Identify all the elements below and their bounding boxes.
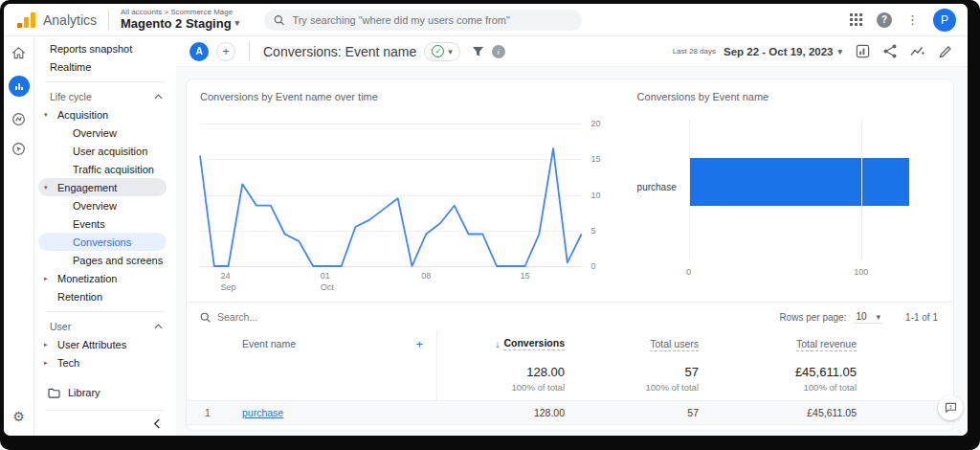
column-conversions[interactable]: ↓ Conversions: [436, 331, 580, 356]
collapsed-arrow-icon: ▸: [44, 341, 52, 349]
share-icon[interactable]: [883, 44, 897, 58]
insights-icon[interactable]: [910, 45, 925, 57]
sidebar-item-events[interactable]: Events: [34, 214, 176, 233]
sidebar-item-reports-snapshot[interactable]: Reports snapshot: [34, 39, 176, 57]
chat-bubble-icon: [945, 402, 957, 414]
more-menu-icon[interactable]: ⋮: [906, 12, 919, 27]
column-total-revenue[interactable]: Total revenue: [714, 338, 872, 349]
bar-chart-xaxis: 0100: [689, 267, 930, 286]
search-icon: [274, 14, 284, 26]
caret-down-icon: ▾: [448, 47, 453, 56]
sidebar-item-traffic-acquisition[interactable]: Traffic acquisition: [34, 160, 176, 178]
sidebar-item-acquisition-overview[interactable]: Overview: [34, 124, 176, 142]
report-content: Conversions by Event name over time 0510…: [176, 67, 968, 436]
date-preset-label: Last 28 days: [673, 47, 716, 56]
sidebar-item-monetization[interactable]: ▸ Monetization: [34, 269, 176, 287]
avatar[interactable]: P: [933, 9, 956, 32]
sidebar-item-realtime[interactable]: Realtime: [34, 57, 176, 76]
analytics-app: Analytics All accounts > Scommerce Mage …: [4, 4, 968, 436]
add-dimension-button[interactable]: +: [415, 337, 423, 351]
app-name: Analytics: [43, 12, 97, 28]
edit-comparisons-icon[interactable]: [856, 44, 870, 58]
search-icon: [200, 312, 211, 323]
sidebar-item-retention[interactable]: Retention: [34, 287, 176, 305]
sidebar-item-acquisition[interactable]: ▾ Acquisition: [34, 105, 176, 124]
divider: [46, 81, 165, 82]
main-content: A + Conversions: Event name ✓ ▾ i Last 2…: [176, 36, 968, 436]
add-comparison-button[interactable]: +: [216, 42, 235, 61]
divider: [46, 311, 165, 312]
date-range-picker[interactable]: Sep 22 - Oct 19, 2023 ▾: [724, 46, 842, 57]
cell-revenue: £45,611.05: [714, 407, 872, 418]
collapsed-arrow-icon: ▸: [44, 359, 52, 367]
cell-conversions: 128.00: [436, 407, 580, 418]
admin-gear-icon[interactable]: ⚙: [12, 409, 25, 424]
report-title: Conversions: Event name: [263, 44, 416, 59]
report-card: Conversions by Event name over time 0510…: [186, 79, 954, 431]
window-frame: Analytics All accounts > Scommerce Mage …: [0, 0, 980, 450]
table-totals-row: 128.00 100% of total 57 100% of total £4…: [187, 356, 953, 400]
sidebar-item-engagement[interactable]: ▾ Engagement: [38, 178, 167, 196]
property-selector[interactable]: All accounts > Scommerce Mage Magento 2 …: [121, 9, 239, 31]
pagination-range: 1-1 of 1: [905, 312, 938, 323]
page-footer: © 2023 Google | Analytics home | Terms o…: [186, 431, 954, 436]
section-life-cycle[interactable]: Life cycle: [34, 88, 176, 105]
top-app-bar: Analytics All accounts > Scommerce Mage …: [4, 4, 968, 36]
add-filter-icon[interactable]: [472, 46, 484, 57]
table-search[interactable]: [200, 311, 390, 323]
report-table-section: Rows per page: 10 ▾ 1-1 of 1: [187, 302, 953, 430]
totals-conversions: 128.00: [526, 365, 580, 379]
comparison-chip[interactable]: A: [189, 42, 209, 61]
bar-purchase[interactable]: [689, 158, 910, 206]
reports-nav-drawer: Reports snapshot Realtime Life cycle ▾ A…: [34, 36, 176, 436]
bar-chart-panel: Conversions by Event name purchase 0100: [622, 91, 940, 296]
caret-down-icon: ▾: [837, 47, 842, 56]
cell-users: 57: [580, 407, 714, 418]
bar-chart-plot[interactable]: [689, 120, 930, 261]
global-search[interactable]: [264, 10, 582, 31]
sidebar-item-conversions[interactable]: Conversions: [38, 233, 167, 251]
explore-icon[interactable]: [11, 112, 26, 126]
divider: [108, 10, 109, 31]
report-status-pill[interactable]: ✓ ▾: [424, 42, 460, 61]
sidebar-item-tech[interactable]: ▸ Tech: [34, 353, 176, 371]
help-icon[interactable]: ?: [877, 12, 892, 28]
caret-down-icon: ▾: [877, 312, 881, 322]
table-search-input[interactable]: [217, 311, 390, 323]
divider: [249, 42, 250, 61]
sidebar-item-engagement-overview[interactable]: Overview: [34, 196, 176, 214]
home-icon[interactable]: [11, 46, 26, 60]
column-event-name[interactable]: Event name: [242, 338, 296, 349]
reports-icon[interactable]: [9, 76, 30, 97]
line-chart-plot[interactable]: 05101520: [200, 124, 582, 267]
feedback-fab[interactable]: [938, 395, 963, 420]
line-chart-panel: Conversions by Event name over time 0510…: [200, 91, 622, 296]
column-total-users[interactable]: Total users: [580, 338, 714, 349]
property-name: Magento 2 Staging: [121, 17, 232, 31]
info-icon[interactable]: i: [492, 45, 505, 58]
chevron-up-icon: [154, 324, 163, 329]
rows-per-page-label: Rows per page:: [779, 312, 846, 323]
section-user[interactable]: User: [34, 318, 176, 335]
rows-per-page-select[interactable]: 10 ▾: [854, 310, 882, 324]
advertising-icon[interactable]: [11, 142, 26, 156]
line-chart-xaxis: 24Sep01Oct0815: [200, 271, 582, 296]
google-analytics-logo-icon: [17, 12, 35, 28]
edit-report-icon[interactable]: [939, 45, 952, 58]
search-input[interactable]: [292, 14, 572, 26]
event-name-link[interactable]: purchase: [242, 407, 283, 418]
nav-rail: ⚙: [4, 36, 34, 436]
bar-chart-title: Conversions by Event name: [637, 91, 940, 102]
expand-arrow-icon: ▾: [44, 111, 52, 119]
sidebar-item-library[interactable]: Library: [34, 383, 176, 402]
collapse-drawer-icon[interactable]: [153, 418, 161, 429]
totals-revenue: £45,611.05: [795, 365, 872, 379]
google-apps-icon[interactable]: [850, 13, 862, 26]
chevron-up-icon: [154, 94, 163, 100]
row-index: 1: [187, 407, 229, 418]
sidebar-item-user-attributes[interactable]: ▸ User Attributes: [34, 335, 176, 353]
sidebar-item-pages-and-screens[interactable]: Pages and screens: [34, 251, 176, 269]
folder-icon: [48, 388, 60, 398]
sidebar-item-user-acquisition[interactable]: User acquisition: [34, 142, 176, 160]
line-chart-title: Conversions by Event name over time: [200, 91, 616, 102]
